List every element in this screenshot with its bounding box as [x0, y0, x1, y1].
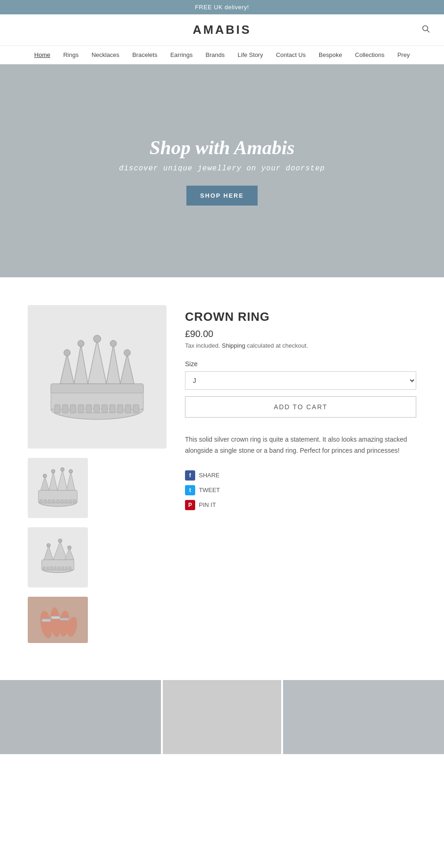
- twitter-share-button[interactable]: t TWEET: [185, 485, 220, 495]
- svg-rect-17: [62, 405, 68, 413]
- twitter-icon: t: [185, 485, 195, 495]
- svg-rect-23: [110, 405, 115, 413]
- svg-marker-6: [60, 354, 74, 384]
- svg-point-13: [93, 335, 101, 343]
- product-price: £90.00: [185, 329, 416, 339]
- shop-here-button[interactable]: SHOP HERE: [186, 186, 258, 206]
- svg-rect-42: [61, 500, 63, 504]
- svg-marker-10: [120, 354, 134, 384]
- hero-subtitle: discover unique jewellery on your doorst…: [119, 164, 325, 173]
- product-info: CROWN RING £90.00 Tax included. Shipping…: [185, 305, 416, 643]
- svg-rect-43: [65, 500, 68, 504]
- pinterest-share-button[interactable]: P PIN IT: [185, 500, 216, 510]
- size-select[interactable]: J K L M N O P Q R S T: [185, 371, 416, 390]
- pinterest-share-label: PIN IT: [199, 501, 216, 508]
- product-tax-info: Tax included. Shipping calculated at che…: [185, 342, 416, 349]
- svg-rect-5: [51, 384, 143, 393]
- facebook-icon: f: [185, 470, 195, 481]
- svg-rect-44: [69, 500, 72, 504]
- svg-point-11: [64, 350, 70, 356]
- svg-rect-16: [55, 405, 60, 413]
- product-thumbnail-2[interactable]: [28, 527, 88, 587]
- size-label: Size: [185, 360, 416, 368]
- nav-brands[interactable]: Brands: [206, 51, 225, 58]
- svg-rect-37: [40, 500, 43, 504]
- nav-bracelets[interactable]: Bracelets: [132, 51, 157, 58]
- product-description: This solid silver crown ring is quite a …: [185, 434, 416, 456]
- header: AMABIS: [0, 14, 444, 46]
- svg-rect-19: [78, 405, 84, 413]
- tax-text: Tax included.: [185, 342, 220, 349]
- facebook-share-button[interactable]: f SHARE: [185, 470, 220, 481]
- svg-marker-7: [74, 344, 88, 384]
- svg-marker-9: [106, 344, 120, 384]
- nav-bespoke[interactable]: Bespoke: [319, 51, 342, 58]
- svg-rect-54: [43, 567, 45, 570]
- footer-card-2[interactable]: [163, 680, 281, 754]
- product-title: CROWN RING: [185, 310, 416, 324]
- svg-point-51: [47, 543, 50, 547]
- svg-rect-57: [54, 567, 56, 570]
- product-main-image[interactable]: [28, 305, 166, 449]
- svg-marker-48: [44, 546, 53, 560]
- svg-rect-56: [50, 567, 53, 570]
- svg-marker-31: [57, 470, 68, 490]
- add-to-cart-button[interactable]: ADD TO CART: [185, 396, 416, 418]
- nav-life-story[interactable]: Life Story: [238, 51, 263, 58]
- banner-text: FREE UK delivery!: [195, 4, 249, 11]
- nav-collections[interactable]: Collections: [355, 51, 385, 58]
- shipping-link[interactable]: Shipping: [222, 342, 246, 349]
- svg-rect-58: [58, 567, 60, 570]
- svg-rect-61: [69, 567, 71, 570]
- svg-point-12: [78, 340, 84, 347]
- nav-prey[interactable]: Prey: [397, 51, 410, 58]
- svg-marker-32: [67, 472, 75, 490]
- svg-rect-38: [44, 500, 47, 504]
- svg-point-15: [124, 350, 130, 356]
- svg-rect-22: [102, 405, 107, 413]
- svg-rect-18: [70, 405, 76, 413]
- search-icon[interactable]: [422, 25, 430, 35]
- svg-rect-55: [47, 567, 49, 570]
- svg-marker-29: [41, 476, 49, 490]
- facebook-share-label: SHARE: [199, 472, 220, 479]
- product-section: CROWN RING £90.00 Tax included. Shipping…: [0, 277, 444, 662]
- svg-rect-41: [56, 500, 59, 504]
- svg-marker-49: [53, 541, 67, 560]
- svg-rect-68: [51, 616, 60, 619]
- nav-necklaces[interactable]: Necklaces: [92, 51, 119, 58]
- svg-rect-20: [86, 405, 92, 413]
- hero-title: Shop with Amabis: [149, 137, 295, 159]
- svg-rect-39: [48, 500, 51, 504]
- product-thumbnail-1[interactable]: [28, 458, 88, 518]
- main-nav: Home Rings Necklaces Bracelets Earrings …: [0, 46, 444, 64]
- nav-earrings[interactable]: Earrings: [170, 51, 192, 58]
- svg-marker-8: [88, 340, 106, 384]
- svg-rect-69: [60, 618, 69, 620]
- nav-rings[interactable]: Rings: [63, 51, 79, 58]
- svg-marker-50: [65, 548, 74, 560]
- product-thumbnail-3[interactable]: [28, 597, 88, 643]
- tax-suffix: calculated at checkout.: [247, 342, 308, 349]
- pinterest-icon: P: [185, 500, 195, 510]
- svg-line-1: [427, 30, 430, 32]
- top-banner: FREE UK delivery!: [0, 0, 444, 14]
- svg-rect-25: [125, 405, 131, 413]
- nav-home[interactable]: Home: [34, 51, 50, 58]
- svg-point-36: [69, 469, 73, 473]
- svg-point-52: [58, 539, 62, 543]
- svg-rect-60: [65, 567, 68, 570]
- footer-card-1[interactable]: [0, 680, 161, 754]
- svg-rect-24: [117, 405, 123, 413]
- svg-point-34: [51, 469, 55, 473]
- svg-rect-59: [62, 567, 64, 570]
- nav-contact-us[interactable]: Contact Us: [276, 51, 306, 58]
- footer-card-3[interactable]: [283, 680, 444, 754]
- svg-marker-30: [49, 472, 57, 490]
- svg-point-53: [68, 546, 71, 550]
- site-logo[interactable]: AMABIS: [193, 23, 252, 37]
- product-images: [28, 305, 166, 643]
- social-share: f SHARE t TWEET P PIN IT: [185, 470, 416, 510]
- svg-point-35: [61, 468, 64, 471]
- svg-rect-21: [94, 405, 99, 413]
